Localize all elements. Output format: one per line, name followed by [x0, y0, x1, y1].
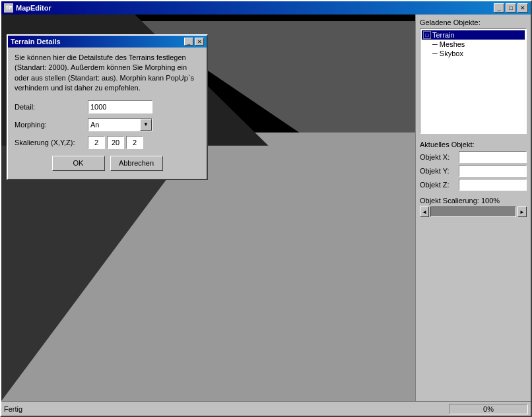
dialog-minimize-button[interactable]: _: [184, 38, 193, 46]
app-icon: 🗺: [4, 3, 13, 13]
scale-inputs: [88, 136, 143, 149]
objekt-y-row: Objekt Y:: [420, 165, 527, 177]
content-area: Terrain Details _ ✕ Sie können hier die …: [1, 15, 531, 401]
right-panel: Geladene Objekte: □ Terrain ─ Meshes ─ S…: [415, 15, 531, 401]
morphing-dropdown-button[interactable]: ▼: [140, 119, 152, 131]
status-progress: 0%: [449, 404, 528, 414]
dialog-title-bar: Terrain Details _ ✕: [8, 36, 207, 48]
objekt-x-label: Objekt X:: [420, 153, 456, 161]
objekt-z-row: Objekt Z:: [420, 179, 527, 191]
objekt-z-input[interactable]: [459, 179, 527, 191]
morphing-label: Morphing:: [15, 121, 84, 129]
minimize-button[interactable]: _: [494, 3, 504, 13]
ok-button[interactable]: OK: [52, 156, 105, 171]
scale-section: Objekt Scalierung: 100% ◄ ►: [420, 197, 527, 217]
cancel-button[interactable]: Abbrechen: [110, 156, 163, 171]
detail-input[interactable]: [88, 100, 152, 113]
skybox-label: ─ Skybox: [432, 49, 463, 57]
objekt-y-input[interactable]: [459, 165, 527, 177]
objekt-x-input[interactable]: [459, 151, 527, 163]
morphing-row: Morphing: An ▼: [15, 118, 200, 131]
title-bar-left: 🗺 MapEditor: [4, 3, 51, 13]
dialog-close-button[interactable]: ✕: [195, 38, 204, 46]
loaded-objects-section: Geladene Objekte: □ Terrain ─ Meshes ─ S…: [420, 18, 527, 134]
scale-y-input[interactable]: [107, 136, 124, 149]
dialog-buttons: OK Abbrechen: [15, 156, 200, 174]
tree-view[interactable]: □ Terrain ─ Meshes ─ Skybox: [420, 28, 527, 134]
dialog-content: Sie können hier die Detailstufe des Terr…: [8, 48, 207, 179]
close-button[interactable]: ✕: [517, 3, 528, 13]
status-bar: Fertig 0%: [1, 401, 531, 416]
scale-track[interactable]: [430, 207, 516, 217]
scale-section-label: Objekt Scalierung: 100%: [420, 197, 527, 205]
dialog-title-buttons: _ ✕: [184, 38, 204, 46]
scale-slider: ◄ ►: [420, 207, 527, 217]
loaded-objects-title: Geladene Objekte:: [420, 18, 527, 26]
objekt-z-label: Objekt Z:: [420, 181, 456, 189]
maximize-button[interactable]: □: [506, 3, 516, 13]
morphing-value: An: [88, 120, 140, 129]
scale-z-input[interactable]: [126, 136, 143, 149]
tree-item-skybox[interactable]: ─ Skybox: [422, 49, 525, 58]
detail-label: Detail:: [15, 103, 84, 111]
objekt-x-row: Objekt X:: [420, 151, 527, 163]
objekt-y-label: Objekt Y:: [420, 167, 456, 175]
current-object-section: Aktuelles Objekt: Objekt X: Objekt Y: Ob…: [420, 141, 527, 193]
detail-row: Detail:: [15, 100, 200, 113]
current-object-title: Aktuelles Objekt:: [420, 141, 527, 148]
viewport: Terrain Details _ ✕ Sie können hier die …: [1, 15, 415, 401]
scale-row: Skalierung (X,Y,Z):: [15, 136, 200, 149]
morphing-select[interactable]: An ▼: [88, 118, 152, 131]
dialog-title: Terrain Details: [11, 38, 61, 46]
scale-label: Skalierung (X,Y,Z):: [15, 139, 84, 146]
terrain-label: Terrain: [432, 31, 455, 39]
scale-arrow-right[interactable]: ►: [517, 207, 527, 217]
dialog-description: Sie können hier die Detailstufe des Terr…: [15, 53, 200, 94]
scale-x-input[interactable]: [88, 136, 105, 149]
status-text: Fertig: [4, 405, 446, 413]
main-window: 🗺 MapEditor _ □ ✕: [0, 0, 532, 417]
tree-item-meshes[interactable]: ─ Meshes: [422, 40, 525, 49]
ok-label: OK: [73, 159, 84, 167]
terrain-icon: □: [423, 31, 431, 39]
scale-arrow-left[interactable]: ◄: [420, 207, 429, 217]
terrain-details-dialog: Terrain Details _ ✕ Sie können hier die …: [7, 34, 208, 180]
title-bar: 🗺 MapEditor _ □ ✕: [1, 1, 531, 15]
meshes-label: ─ Meshes: [432, 40, 465, 48]
window-title: MapEditor: [16, 4, 51, 12]
title-buttons: _ □ ✕: [494, 3, 528, 13]
tree-item-terrain[interactable]: □ Terrain: [422, 30, 525, 40]
